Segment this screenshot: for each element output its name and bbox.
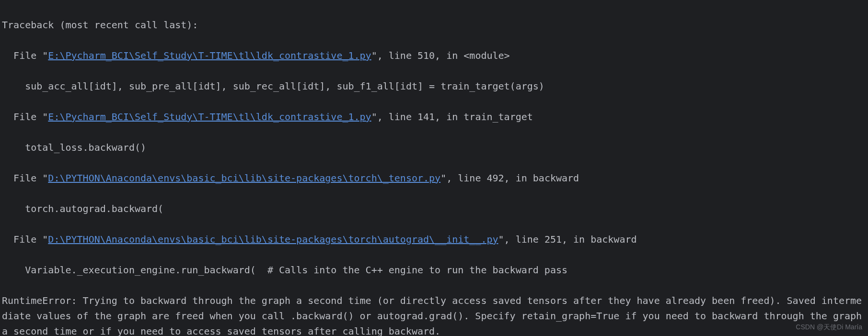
traceback-frame-location: File "D:\PYTHON\Anaconda\envs\basic_bci\… <box>2 232 866 247</box>
file-link[interactable]: D:\PYTHON\Anaconda\envs\basic_bci\lib\si… <box>48 172 440 184</box>
traceback-frame-code: total_loss.backward() <box>2 140 866 155</box>
traceback-frame-location: File "D:\PYTHON\Anaconda\envs\basic_bci\… <box>2 170 866 186</box>
traceback-frame-code: sub_acc_all[idt], sub_pre_all[idt], sub_… <box>2 78 866 94</box>
traceback-error: RuntimeError: Trying to backward through… <box>2 293 866 336</box>
traceback-frame-location: File "E:\Pycharm_BCI\Self_Study\T-TIME\t… <box>2 48 866 63</box>
file-link[interactable]: D:\PYTHON\Anaconda\envs\basic_bci\lib\si… <box>48 234 498 245</box>
terminal-output: Traceback (most recent call last): File … <box>0 0 868 336</box>
watermark: CSDN @天使Di María <box>796 322 862 332</box>
traceback-frame-code: Variable._execution_engine.run_backward(… <box>2 262 866 278</box>
file-link[interactable]: E:\Pycharm_BCI\Self_Study\T-TIME\tl\ldk_… <box>48 50 371 61</box>
traceback-header: Traceback (most recent call last): <box>2 17 866 33</box>
file-link[interactable]: E:\Pycharm_BCI\Self_Study\T-TIME\tl\ldk_… <box>48 111 371 123</box>
traceback-frame-location: File "E:\Pycharm_BCI\Self_Study\T-TIME\t… <box>2 109 866 124</box>
traceback-frame-code: torch.autograd.backward( <box>2 201 866 216</box>
